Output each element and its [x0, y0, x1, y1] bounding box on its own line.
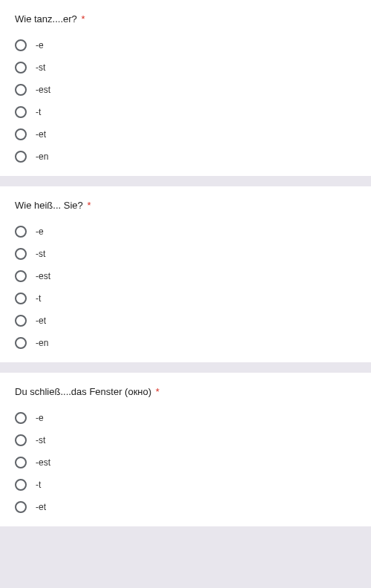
required-asterisk: *	[87, 200, 91, 211]
radio-icon	[15, 315, 27, 327]
option-row[interactable]: -et	[15, 315, 356, 327]
question-card: Du schließ....das Fenster (окно) * -e -s…	[0, 373, 371, 526]
option-label: -st	[36, 249, 45, 259]
option-label: -est	[36, 457, 50, 468]
radio-icon	[15, 248, 27, 260]
radio-icon	[15, 457, 27, 468]
option-label: -en	[36, 151, 48, 162]
radio-icon	[15, 151, 27, 163]
option-label: -st	[36, 62, 45, 73]
option-label: -e	[36, 40, 44, 50]
radio-icon	[15, 84, 27, 96]
option-row[interactable]: -t	[15, 479, 356, 491]
option-row[interactable]: -est	[15, 270, 356, 282]
question-title: Du schließ....das Fenster (окно) *	[15, 386, 356, 397]
option-row[interactable]: -st	[15, 248, 356, 260]
radio-icon	[15, 501, 27, 513]
question-text: Du schließ....das Fenster (окно)	[15, 386, 151, 397]
question-card: Wie heiß... Sie? * -e -st -est -t -et -e…	[0, 186, 371, 362]
option-row[interactable]: -et	[15, 128, 356, 140]
radio-icon	[15, 128, 27, 140]
option-label: -est	[36, 271, 50, 281]
option-row[interactable]: -t	[15, 106, 356, 118]
option-row[interactable]: -en	[15, 151, 356, 163]
radio-icon	[15, 434, 27, 446]
radio-icon	[15, 106, 27, 118]
option-row[interactable]: -st	[15, 434, 356, 446]
option-label: -t	[36, 293, 41, 304]
radio-icon	[15, 412, 27, 424]
question-text: Wie heiß... Sie?	[15, 200, 83, 211]
option-row[interactable]: -e	[15, 226, 356, 238]
option-label: -e	[36, 226, 44, 237]
option-label: -t	[36, 107, 41, 117]
option-label: -et	[36, 502, 46, 512]
radio-icon	[15, 270, 27, 282]
option-label: -et	[36, 129, 46, 140]
option-label: -et	[36, 316, 46, 326]
option-row[interactable]: -est	[15, 84, 356, 96]
question-title: Wie heiß... Sie? *	[15, 200, 356, 211]
radio-icon	[15, 479, 27, 491]
question-title: Wie tanz....er? *	[15, 13, 356, 24]
option-row[interactable]: -en	[15, 337, 356, 349]
required-asterisk: *	[81, 13, 85, 24]
option-row[interactable]: -et	[15, 501, 356, 513]
radio-icon	[15, 337, 27, 349]
option-row[interactable]: -st	[15, 62, 356, 74]
option-row[interactable]: -e	[15, 39, 356, 51]
required-asterisk: *	[156, 386, 160, 397]
question-card: Wie tanz....er? * -e -st -est -t -et -en	[0, 0, 371, 176]
radio-icon	[15, 293, 27, 304]
option-row[interactable]: -t	[15, 293, 356, 304]
radio-icon	[15, 39, 27, 51]
question-text: Wie tanz....er?	[15, 13, 77, 24]
radio-icon	[15, 226, 27, 238]
option-label: -st	[36, 435, 45, 445]
option-label: -t	[36, 480, 41, 490]
option-row[interactable]: -e	[15, 412, 356, 424]
option-label: -e	[36, 413, 44, 423]
option-label: -est	[36, 85, 50, 95]
option-row[interactable]: -est	[15, 457, 356, 468]
option-label: -en	[36, 338, 48, 348]
radio-icon	[15, 62, 27, 74]
